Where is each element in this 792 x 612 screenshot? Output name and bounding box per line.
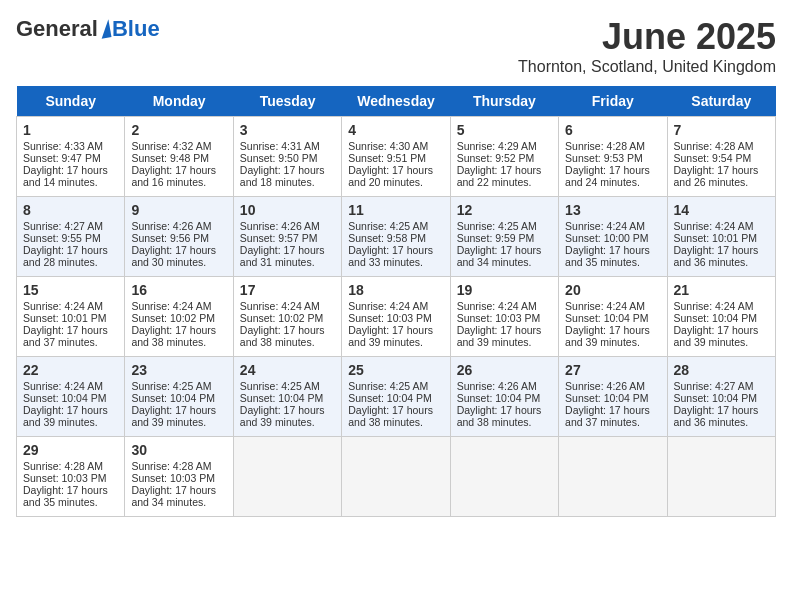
day-number: 12 — [457, 202, 552, 218]
sunrise-text: Sunrise: 4:30 AM — [348, 140, 443, 152]
day-number: 14 — [674, 202, 769, 218]
calendar-week-row: 15Sunrise: 4:24 AMSunset: 10:01 PMDaylig… — [17, 277, 776, 357]
calendar-week-row: 22Sunrise: 4:24 AMSunset: 10:04 PMDaylig… — [17, 357, 776, 437]
calendar-cell: 8Sunrise: 4:27 AMSunset: 9:55 PMDaylight… — [17, 197, 125, 277]
day-number: 25 — [348, 362, 443, 378]
logo-icon — [98, 19, 111, 38]
daylight-text: Daylight: 17 hours and 20 minutes. — [348, 164, 443, 188]
daylight-text: Daylight: 17 hours and 36 minutes. — [674, 404, 769, 428]
calendar-cell: 29Sunrise: 4:28 AMSunset: 10:03 PMDaylig… — [17, 437, 125, 517]
calendar-cell: 6Sunrise: 4:28 AMSunset: 9:53 PMDaylight… — [559, 117, 667, 197]
weekday-header-friday: Friday — [559, 86, 667, 117]
sunset-text: Sunset: 9:48 PM — [131, 152, 226, 164]
daylight-text: Daylight: 17 hours and 28 minutes. — [23, 244, 118, 268]
calendar-cell: 7Sunrise: 4:28 AMSunset: 9:54 PMDaylight… — [667, 117, 775, 197]
sunrise-text: Sunrise: 4:24 AM — [674, 220, 769, 232]
daylight-text: Daylight: 17 hours and 38 minutes. — [131, 324, 226, 348]
logo-general-text: General — [16, 16, 98, 42]
calendar-cell — [342, 437, 450, 517]
logo-blue-text: Blue — [112, 16, 160, 42]
sunset-text: Sunset: 9:55 PM — [23, 232, 118, 244]
daylight-text: Daylight: 17 hours and 39 minutes. — [23, 404, 118, 428]
day-number: 29 — [23, 442, 118, 458]
daylight-text: Daylight: 17 hours and 39 minutes. — [240, 404, 335, 428]
sunset-text: Sunset: 10:04 PM — [565, 312, 660, 324]
calendar-cell: 16Sunrise: 4:24 AMSunset: 10:02 PMDaylig… — [125, 277, 233, 357]
title-area: June 2025 Thornton, Scotland, United Kin… — [518, 16, 776, 76]
day-number: 20 — [565, 282, 660, 298]
calendar-cell: 30Sunrise: 4:28 AMSunset: 10:03 PMDaylig… — [125, 437, 233, 517]
day-number: 7 — [674, 122, 769, 138]
calendar-cell: 11Sunrise: 4:25 AMSunset: 9:58 PMDayligh… — [342, 197, 450, 277]
sunrise-text: Sunrise: 4:33 AM — [23, 140, 118, 152]
weekday-header-saturday: Saturday — [667, 86, 775, 117]
calendar-table: SundayMondayTuesdayWednesdayThursdayFrid… — [16, 86, 776, 517]
weekday-header-wednesday: Wednesday — [342, 86, 450, 117]
sunset-text: Sunset: 10:03 PM — [457, 312, 552, 324]
sunset-text: Sunset: 9:47 PM — [23, 152, 118, 164]
calendar-cell: 20Sunrise: 4:24 AMSunset: 10:04 PMDaylig… — [559, 277, 667, 357]
calendar-cell: 23Sunrise: 4:25 AMSunset: 10:04 PMDaylig… — [125, 357, 233, 437]
calendar-cell — [450, 437, 558, 517]
daylight-text: Daylight: 17 hours and 38 minutes. — [348, 404, 443, 428]
sunset-text: Sunset: 9:58 PM — [348, 232, 443, 244]
page-header: General Blue June 2025 Thornton, Scotlan… — [16, 16, 776, 76]
daylight-text: Daylight: 17 hours and 30 minutes. — [131, 244, 226, 268]
weekday-header-sunday: Sunday — [17, 86, 125, 117]
logo: General Blue — [16, 16, 160, 42]
sunset-text: Sunset: 10:03 PM — [131, 472, 226, 484]
day-number: 17 — [240, 282, 335, 298]
day-number: 30 — [131, 442, 226, 458]
sunset-text: Sunset: 9:59 PM — [457, 232, 552, 244]
calendar-week-row: 1Sunrise: 4:33 AMSunset: 9:47 PMDaylight… — [17, 117, 776, 197]
day-number: 27 — [565, 362, 660, 378]
daylight-text: Daylight: 17 hours and 35 minutes. — [23, 484, 118, 508]
sunrise-text: Sunrise: 4:24 AM — [457, 300, 552, 312]
calendar-week-row: 8Sunrise: 4:27 AMSunset: 9:55 PMDaylight… — [17, 197, 776, 277]
daylight-text: Daylight: 17 hours and 18 minutes. — [240, 164, 335, 188]
day-number: 2 — [131, 122, 226, 138]
sunrise-text: Sunrise: 4:28 AM — [565, 140, 660, 152]
sunset-text: Sunset: 10:04 PM — [457, 392, 552, 404]
daylight-text: Daylight: 17 hours and 39 minutes. — [131, 404, 226, 428]
sunrise-text: Sunrise: 4:27 AM — [674, 380, 769, 392]
daylight-text: Daylight: 17 hours and 16 minutes. — [131, 164, 226, 188]
sunset-text: Sunset: 10:04 PM — [674, 312, 769, 324]
sunset-text: Sunset: 9:52 PM — [457, 152, 552, 164]
daylight-text: Daylight: 17 hours and 38 minutes. — [240, 324, 335, 348]
sunrise-text: Sunrise: 4:25 AM — [457, 220, 552, 232]
sunset-text: Sunset: 10:02 PM — [131, 312, 226, 324]
calendar-cell: 9Sunrise: 4:26 AMSunset: 9:56 PMDaylight… — [125, 197, 233, 277]
day-number: 18 — [348, 282, 443, 298]
daylight-text: Daylight: 17 hours and 37 minutes. — [565, 404, 660, 428]
calendar-cell: 4Sunrise: 4:30 AMSunset: 9:51 PMDaylight… — [342, 117, 450, 197]
sunrise-text: Sunrise: 4:24 AM — [674, 300, 769, 312]
sunrise-text: Sunrise: 4:26 AM — [457, 380, 552, 392]
sunset-text: Sunset: 10:04 PM — [565, 392, 660, 404]
daylight-text: Daylight: 17 hours and 39 minutes. — [457, 324, 552, 348]
calendar-cell — [233, 437, 341, 517]
sunrise-text: Sunrise: 4:24 AM — [565, 300, 660, 312]
daylight-text: Daylight: 17 hours and 24 minutes. — [565, 164, 660, 188]
sunrise-text: Sunrise: 4:24 AM — [565, 220, 660, 232]
calendar-week-row: 29Sunrise: 4:28 AMSunset: 10:03 PMDaylig… — [17, 437, 776, 517]
calendar-cell: 26Sunrise: 4:26 AMSunset: 10:04 PMDaylig… — [450, 357, 558, 437]
sunrise-text: Sunrise: 4:24 AM — [23, 380, 118, 392]
sunset-text: Sunset: 10:04 PM — [131, 392, 226, 404]
day-number: 28 — [674, 362, 769, 378]
sunset-text: Sunset: 10:03 PM — [348, 312, 443, 324]
calendar-cell: 19Sunrise: 4:24 AMSunset: 10:03 PMDaylig… — [450, 277, 558, 357]
day-number: 21 — [674, 282, 769, 298]
sunrise-text: Sunrise: 4:24 AM — [240, 300, 335, 312]
sunset-text: Sunset: 10:02 PM — [240, 312, 335, 324]
sunrise-text: Sunrise: 4:28 AM — [131, 460, 226, 472]
sunset-text: Sunset: 9:56 PM — [131, 232, 226, 244]
sunrise-text: Sunrise: 4:25 AM — [131, 380, 226, 392]
calendar-cell: 18Sunrise: 4:24 AMSunset: 10:03 PMDaylig… — [342, 277, 450, 357]
sunrise-text: Sunrise: 4:24 AM — [23, 300, 118, 312]
day-number: 24 — [240, 362, 335, 378]
day-number: 8 — [23, 202, 118, 218]
weekday-header-tuesday: Tuesday — [233, 86, 341, 117]
sunrise-text: Sunrise: 4:26 AM — [240, 220, 335, 232]
daylight-text: Daylight: 17 hours and 22 minutes. — [457, 164, 552, 188]
